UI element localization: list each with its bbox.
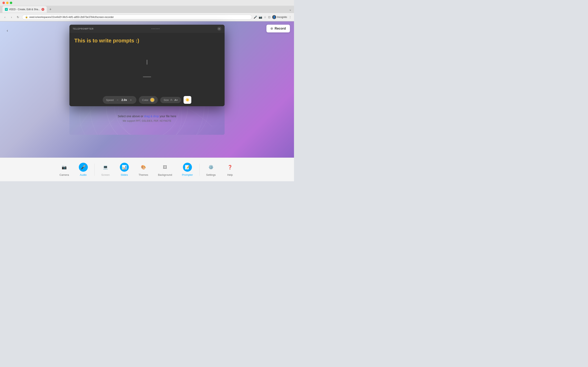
size-increase-button[interactable]: A+ — [174, 99, 178, 101]
main-content: ‹ Record Select one above or drag & drop… — [0, 21, 294, 181]
background-toolbar-icon: 🖼 — [160, 163, 169, 172]
toolbar-item-prompter[interactable]: 📝 Prompter — [177, 159, 198, 180]
record-label: Record — [275, 27, 286, 30]
camera-toolbar-icon: 📷 — [60, 163, 69, 172]
record-button[interactable]: Record — [267, 25, 290, 33]
help-toolbar-icon: ❓ — [226, 163, 234, 172]
drag-handle[interactable] — [151, 28, 159, 29]
reload-button[interactable]: ↻ — [16, 15, 20, 20]
text-cursor — [147, 60, 147, 65]
lock-icon: 🔒 — [25, 16, 28, 18]
title-bar — [0, 0, 294, 6]
toolbar-item-audio[interactable]: 🎤 Audio — [74, 159, 93, 180]
audio-toolbar-label: Audio — [80, 173, 86, 176]
select-text-part1: Select one above or — [118, 115, 144, 118]
tab-bar: V VEED - Create, Edit & Sha... ✕ + ⌄ — [0, 6, 294, 13]
toolbar-item-settings[interactable]: ⚙️ Settings — [201, 159, 221, 180]
tab-favicon: V — [5, 8, 8, 11]
top-toolbar: Record — [267, 25, 290, 33]
audio-toolbar-icon: 🎤 — [79, 163, 88, 172]
prompt-text: This is to write prompts :) — [74, 37, 220, 44]
drag-dot-5 — [157, 28, 158, 29]
close-window-button[interactable] — [2, 2, 5, 4]
teleprompter-modal: TELEPROMPTER ✕ This is to write prompts … — [69, 25, 225, 106]
toolbar-separator-1 — [94, 164, 95, 176]
maximize-window-button[interactable] — [10, 2, 12, 4]
speed-label: Speed — [106, 99, 114, 101]
background-toolbar-label: Background — [158, 173, 172, 176]
themes-toolbar-label: Themes — [139, 173, 148, 176]
toolbar-separator-2 — [199, 164, 200, 176]
split-view-icon[interactable]: ⊡ — [268, 16, 270, 19]
select-file-area: Select one above or drag & drop your fil… — [69, 102, 225, 135]
incognito-label: Incognito — [277, 16, 287, 18]
drag-dot-1 — [151, 28, 152, 29]
back-button[interactable]: ‹ — [4, 27, 11, 34]
speed-control: Speed − 2.0x + — [103, 96, 136, 104]
minimize-window-button[interactable] — [6, 2, 9, 4]
browser-chrome: V VEED - Create, Edit & Sha... ✕ + ⌄ ‹ ›… — [0, 0, 294, 21]
slides-toolbar-label: Slides — [121, 173, 128, 176]
traffic-lights — [2, 2, 12, 4]
color-control: Color — [139, 96, 158, 104]
modal-header: TELEPROMPTER ✕ — [69, 25, 225, 33]
url-text: veed.io/workspaces/22ce6d2f-38c5-4df1-a8… — [29, 16, 114, 18]
tab-overflow-button[interactable]: ⌄ — [289, 8, 292, 11]
url-bar[interactable]: 🔒 veed.io/workspaces/22ce6d2f-38c5-4df1-… — [22, 15, 252, 20]
size-label: Size — [164, 99, 169, 101]
color-label: Color — [142, 99, 148, 101]
tab-label: VEED - Create, Edit & Sha... — [9, 8, 40, 11]
settings-toolbar-icon: ⚙️ — [207, 163, 215, 172]
toolbar-item-slides[interactable]: 📊 Slides — [115, 159, 134, 180]
drag-dot-6 — [159, 28, 159, 29]
active-tab[interactable]: V VEED - Create, Edit & Sha... ✕ — [2, 6, 47, 13]
themes-toolbar-icon: 🎨 — [139, 163, 148, 172]
close-modal-button[interactable]: ✕ — [217, 27, 221, 31]
toolbar-item-themes[interactable]: 🎨 Themes — [134, 159, 153, 180]
prompter-toolbar-label: Prompter — [182, 173, 193, 176]
more-options-icon[interactable]: ⋮ — [289, 16, 292, 19]
mic-icon[interactable]: 🎤 — [254, 16, 257, 19]
scroll-indicator — [143, 76, 151, 77]
prompter-toolbar-icon: 📝 — [183, 163, 192, 172]
incognito-avatar: 👤 — [272, 15, 276, 19]
size-control: Size A- A+ — [160, 97, 181, 103]
address-bar: ‹ › ↻ 🔒 veed.io/workspaces/22ce6d2f-38c5… — [0, 13, 294, 21]
drag-drop-link[interactable]: drag & drop — [144, 115, 159, 118]
toolbar-item-background[interactable]: 🖼 Background — [153, 159, 177, 180]
forward-nav-button[interactable]: › — [9, 15, 14, 20]
drag-dot-2 — [153, 28, 154, 29]
new-tab-button[interactable]: + — [48, 7, 53, 12]
modal-footer: Speed − 2.0x + Color Size A- A+ ☀️ — [69, 94, 225, 106]
drag-dot-3 — [154, 28, 155, 29]
slides-toolbar-icon: 📊 — [120, 163, 129, 172]
toolbar-item-screen[interactable]: 💻 Screen — [96, 159, 115, 180]
speed-decrease-button[interactable]: − — [115, 98, 120, 102]
brightness-toggle-button[interactable]: ☀️ — [183, 96, 191, 104]
file-support-text: We support PPT, GSLIDES, PDF, KEYNOTE — [123, 119, 172, 122]
back-nav-button[interactable]: ‹ — [2, 15, 7, 20]
size-decrease-button[interactable]: A- — [170, 99, 173, 101]
select-text-part2: your file here — [159, 115, 176, 118]
toolbar-item-camera[interactable]: 📷 Camera — [54, 159, 74, 180]
help-toolbar-label: Help — [227, 173, 233, 176]
address-bar-icons: 🎤 📷 ☆ ⊡ 👤 Incognito ⋮ — [254, 15, 292, 19]
incognito-badge: 👤 Incognito — [272, 15, 287, 19]
color-picker-button[interactable] — [150, 98, 155, 102]
star-icon[interactable]: ☆ — [264, 16, 267, 19]
screen-toolbar-label: Screen — [101, 173, 110, 176]
speed-value: 2.0x — [121, 98, 127, 101]
bottom-toolbar: 📷 Camera 🎤 Audio 💻 Screen 📊 Slides 🎨 The… — [0, 158, 294, 181]
camera-toolbar-label: Camera — [60, 173, 69, 176]
close-tab-button[interactable]: ✕ — [42, 8, 44, 11]
drag-dot-4 — [156, 28, 156, 29]
record-dot-icon — [270, 27, 273, 30]
modal-body[interactable]: This is to write prompts :) — [69, 33, 225, 92]
screen-toolbar-icon: 💻 — [101, 163, 110, 172]
settings-toolbar-label: Settings — [206, 173, 216, 176]
camera-off-icon[interactable]: 📷 — [259, 16, 262, 19]
modal-title: TELEPROMPTER — [73, 27, 94, 30]
speed-increase-button[interactable]: + — [129, 98, 133, 102]
select-file-text: Select one above or drag & drop your fil… — [118, 115, 176, 118]
toolbar-item-help[interactable]: ❓ Help — [221, 159, 240, 180]
